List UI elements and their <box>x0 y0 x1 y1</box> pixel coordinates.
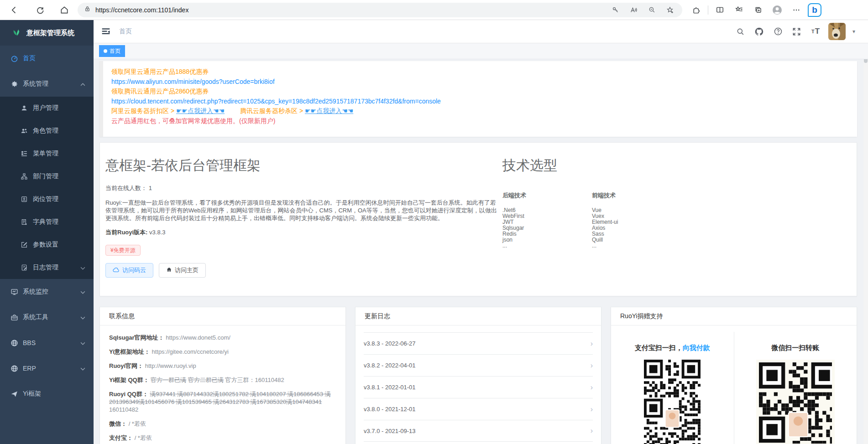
app-navbar: 首页 TT ▾ <box>94 20 868 43</box>
donate-card-header: RuoYi捐赠支持 <box>611 307 857 325</box>
sidebar-item-param-settings[interactable]: 参数设置 <box>0 233 94 256</box>
leaf-logo-icon <box>12 27 22 39</box>
roles-icon <box>20 127 28 135</box>
aliyun-discount-label: 阿里云服务器折扣区 > <box>111 107 174 114</box>
intro-paragraph: Ruoyi:一直想做一款后台管理系统，看了很多优秀的开源项目但是发现没有合适自己… <box>105 199 497 222</box>
sidebar-item-dict-mgmt[interactable]: 字典管理 <box>0 211 94 233</box>
fullscreen-icon[interactable] <box>791 26 803 37</box>
notice-line-aliyun-coupon: 领取阿里云通用云产品1888优惠券 <box>111 67 441 77</box>
sidebar-item-log-mgmt[interactable]: 日志管理 <box>0 256 94 279</box>
changelog-list: v3.8.3 - 2022-06-27 › v3.8.2 - 2022-04-0… <box>364 332 593 442</box>
browser-settings-dots-icon[interactable] <box>789 2 804 18</box>
browser-profile-avatar[interactable] <box>769 2 785 18</box>
font-size-icon[interactable]: TT <box>810 26 821 37</box>
contact-row-ruoyi-qq: Ruoyi QQ群： 满937441 满887144332满180251782 … <box>109 390 336 413</box>
url-text: https://ccnetcore.com:1101/index <box>95 6 607 14</box>
sqlsugar-site-link[interactable]: https://www.donet5.com/ <box>166 334 230 341</box>
split-screen-icon[interactable] <box>712 2 727 18</box>
breadcrumb[interactable]: 首页 <box>119 27 132 36</box>
bing-chat-icon[interactable]: b <box>808 3 821 17</box>
help-question-icon[interactable] <box>772 26 784 37</box>
toolbox-icon <box>10 313 18 321</box>
browser-refresh-icon[interactable] <box>32 2 47 18</box>
sidebar-item-yi-framework[interactable]: Yi框架 <box>0 381 94 407</box>
page-scrollbar[interactable] <box>863 20 868 444</box>
sidebar-item-label: 系统管理 <box>23 80 80 88</box>
contact-row-yi: Yi意框架地址： https://gitee.com/ccnetcore/yi <box>109 348 336 356</box>
sidebar-item-dept-mgmt[interactable]: 部门管理 <box>0 165 94 188</box>
sidebar-item-system-tools[interactable]: 系统工具 <box>0 305 94 330</box>
sidebar-item-system-mgmt[interactable]: 系统管理 <box>0 71 94 97</box>
contact-card-header: 联系信息 <box>100 307 345 325</box>
favorites-bar-icon[interactable] <box>731 2 747 18</box>
browser-back-icon[interactable] <box>6 2 22 18</box>
globe-icon <box>10 364 18 372</box>
menu-tree-icon <box>20 150 28 158</box>
pay-me-link[interactable]: 向我付款 <box>683 344 710 351</box>
aliyun-coupon-link[interactable]: https://www.aliyun.com/minisite/goods?us… <box>111 78 275 85</box>
sidebar-item-role-mgmt[interactable]: 角色管理 <box>0 119 94 142</box>
address-bar[interactable]: https://ccnetcore.com:1101/index <box>78 3 682 17</box>
sidebar-submenu-system: 用户管理 角色管理 菜单管理 部门管理 岗位管理 <box>0 97 94 279</box>
visit-homepage-button[interactable]: 访问主页 <box>159 263 206 278</box>
zoom-out-icon[interactable] <box>644 2 659 18</box>
online-count-label: 当前在线人数： <box>105 185 147 191</box>
toolbar-divider <box>708 5 708 15</box>
sidebar-item-home[interactable]: 首页 <box>0 46 94 71</box>
online-count-value: 1 <box>149 185 152 191</box>
tab-home[interactable]: 首页 <box>99 45 125 57</box>
alipay-qr-code <box>644 360 701 444</box>
changelog-row[interactable]: v3.8.2 - 2022-04-01 › <box>364 354 593 376</box>
browser-home-icon[interactable] <box>57 2 72 18</box>
notice-left-scrollbar[interactable] <box>99 61 103 137</box>
ruoyi-site-link[interactable]: http://www.ruoyi.vip <box>145 362 196 369</box>
wechat-scan-label: 微信扫一扫转账 <box>771 344 819 352</box>
yi-gitee-link[interactable]: https://gitee.com/ccnetcore/yi <box>152 348 228 355</box>
contact-info-card: 联系信息 Sqlsugar官网地址： https://www.donet5.co… <box>99 307 346 444</box>
tech-selection-title: 技术选型 <box>502 156 854 175</box>
version-value: v3.8.3 <box>149 229 165 236</box>
dashboard-icon <box>10 54 18 62</box>
bottom-cards-row: 联系信息 Sqlsugar官网地址： https://www.donet5.co… <box>99 307 857 444</box>
sidebar-toggle-icon[interactable] <box>100 26 112 37</box>
sidebar-item-bbs[interactable]: BBS <box>0 330 94 356</box>
collections-icon[interactable] <box>750 2 766 18</box>
chevron-right-icon: › <box>591 361 593 370</box>
password-key-icon[interactable] <box>607 2 623 18</box>
changelog-row[interactable]: v3.8.3 - 2022-06-27 › <box>364 332 593 354</box>
read-aloud-icon[interactable] <box>626 2 641 18</box>
monitor-icon <box>10 288 18 296</box>
aliyun-enter-link[interactable]: ☛☛点我进入☚☚ <box>176 107 225 114</box>
wechat-donate-section: 微信扫一扫转账 <box>734 332 857 444</box>
sidebar-item-system-monitor[interactable]: 系统监控 <box>0 279 94 305</box>
user-avatar[interactable] <box>828 23 846 40</box>
favorite-star-add-icon[interactable] <box>662 2 678 18</box>
chevron-down-icon <box>80 314 85 321</box>
app-logo[interactable]: 意框架管理系统 <box>0 20 94 46</box>
sidebar-item-user-mgmt[interactable]: 用户管理 <box>0 97 94 119</box>
changelog-row[interactable]: v3.7.0 - 2021-09-13 › <box>364 420 593 442</box>
notice-line-redpacket: 云产品通用红包，可叠加官网常规优惠使用。(仅限新用户) <box>111 116 441 126</box>
tencent-coupon-link[interactable]: https://cloud.tencent.com/redirect.php?r… <box>111 98 441 105</box>
lock-icon <box>84 5 91 14</box>
frontend-tech-header: 前端技术 <box>592 191 681 200</box>
header-search-icon[interactable] <box>735 26 747 37</box>
avatar-caret-down-icon[interactable]: ▾ <box>852 28 855 35</box>
changelog-row[interactable]: v3.8.1 - 2022-01-01 › <box>364 376 593 398</box>
sidebar-item-post-mgmt[interactable]: 岗位管理 <box>0 188 94 211</box>
tencent-enter-link[interactable]: ☛☛点我进入☚☚ <box>305 107 353 114</box>
paper-plane-icon <box>10 390 18 398</box>
globe-icon <box>10 339 18 347</box>
github-icon[interactable] <box>753 26 765 37</box>
contact-row-ruoyi: Ruoyi官网： http://www.ruoyi.vip <box>109 362 336 370</box>
changelog-row[interactable]: v3.8.0 - 2021-12-01 › <box>364 398 593 420</box>
gear-icon <box>10 80 18 88</box>
browser-toolbar: https://ccnetcore.com:1101/index <box>0 0 868 20</box>
chevron-down-icon <box>80 288 85 295</box>
sidebar-item-erp[interactable]: ERP <box>0 356 94 381</box>
extensions-puzzle-icon[interactable] <box>689 2 704 18</box>
visit-gitee-button[interactable]: 访问码云 <box>105 263 153 278</box>
sidebar-item-menu-mgmt[interactable]: 菜单管理 <box>0 142 94 165</box>
edit-icon <box>20 241 28 249</box>
app-title: 意框架管理系统 <box>26 29 74 37</box>
